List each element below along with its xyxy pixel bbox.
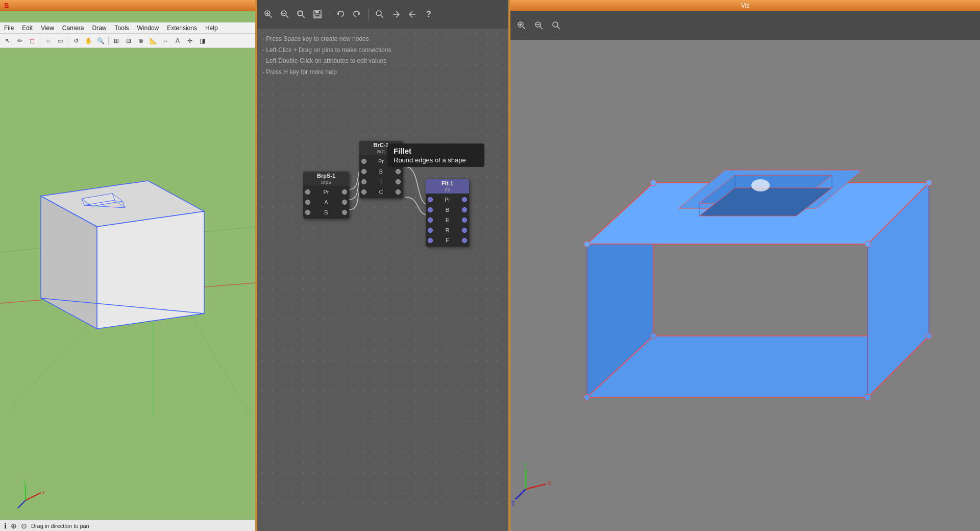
- node-canvas[interactable]: - Press Space key to create new nodes - …: [257, 29, 512, 509]
- flt1-pin-pr-left[interactable]: [428, 197, 433, 202]
- brps1-pin-pr-dot-left[interactable]: [305, 189, 310, 195]
- svg-line-40: [523, 27, 525, 29]
- help-btn[interactable]: ?: [422, 7, 436, 21]
- brc1-subtype: BrC: [359, 149, 403, 155]
- brc1-pin-b[interactable]: B: [359, 166, 403, 177]
- node-editor-panel: ? - Press Space key to create new nodes …: [255, 0, 510, 531]
- redo-btn[interactable]: [350, 7, 364, 21]
- brc1-pin-pr[interactable]: Pr: [359, 156, 403, 166]
- brps1-pin-a[interactable]: A: [303, 197, 349, 207]
- brps1-pins: Pr A B: [303, 186, 349, 219]
- menu-tools[interactable]: Tools: [111, 23, 133, 33]
- viz-zoom-out[interactable]: [532, 18, 546, 33]
- flt1-pin-f-right[interactable]: [462, 238, 467, 243]
- brc1-pin-t[interactable]: T: [359, 177, 403, 187]
- section-tool[interactable]: ◨: [197, 35, 208, 46]
- flt1-pin-e-left[interactable]: [428, 218, 433, 223]
- text-tool[interactable]: A: [172, 35, 183, 46]
- undo-btn[interactable]: [333, 7, 348, 21]
- menu-extensions[interactable]: Extensions: [163, 23, 201, 33]
- brc1-pin-t-right[interactable]: [396, 179, 401, 184]
- svg-line-17: [26, 493, 41, 500]
- brc1-pin-pr-left[interactable]: [361, 159, 366, 164]
- brc1-pin-t-left[interactable]: [361, 179, 366, 184]
- brps1-header: BrpS-1: [303, 172, 349, 180]
- brps1-pin-a-dot-left[interactable]: [305, 200, 310, 205]
- svg-point-67: [865, 241, 871, 247]
- brc1-pin-b-left[interactable]: [361, 169, 366, 174]
- dimension-tool[interactable]: ↔: [160, 35, 171, 46]
- flt1-header: Flt-1: [426, 179, 469, 187]
- flt1-pin-b-right[interactable]: [462, 207, 467, 212]
- zoom-tool[interactable]: 🔍: [95, 35, 106, 46]
- brc1-pins: Pr B T C: [359, 155, 403, 198]
- tape-tool[interactable]: 📐: [148, 35, 159, 46]
- menu-window[interactable]: Window: [133, 23, 163, 33]
- svg-text:Z: Z: [511, 500, 515, 506]
- flt1-pin-r[interactable]: R: [426, 225, 469, 235]
- brc1-pin-c-right[interactable]: [396, 189, 401, 195]
- brps1-pin-b[interactable]: B: [303, 207, 349, 218]
- viz-title-bar: Viz: [510, 0, 980, 11]
- flt1-pin-r-left[interactable]: [428, 228, 433, 233]
- group-tool[interactable]: ⊟: [123, 35, 134, 46]
- brps1-node[interactable]: BrpS-1 BrpS Pr A B: [303, 172, 349, 219]
- orbit-tool[interactable]: ↺: [70, 35, 82, 46]
- eraser-tool[interactable]: ◻: [27, 35, 38, 46]
- extrude-tool[interactable]: ⊗: [135, 35, 146, 46]
- sketchup-viewport[interactable]: X Y: [0, 48, 255, 531]
- brps1-pin-b-dot-right[interactable]: [342, 210, 347, 215]
- zoom-fit-btn[interactable]: [294, 7, 308, 21]
- flt1-pin-b[interactable]: B: [426, 205, 469, 215]
- flt1-node[interactable]: Flt-1 Flt Pr B E: [426, 179, 469, 247]
- select-tool[interactable]: ↖: [2, 35, 13, 46]
- brps1-pin-a-dot-right[interactable]: [342, 200, 347, 205]
- svg-point-64: [584, 241, 590, 247]
- zoom-out-btn[interactable]: [278, 7, 292, 21]
- viz-zoom-in[interactable]: [514, 18, 529, 33]
- save-btn[interactable]: [310, 7, 325, 21]
- flt1-pin-f[interactable]: F: [426, 235, 469, 246]
- circle-tool[interactable]: ○: [42, 35, 54, 46]
- brps1-pin-pr-dot-right[interactable]: [342, 189, 347, 195]
- menu-file[interactable]: File: [0, 23, 18, 33]
- menu-camera[interactable]: Camera: [58, 23, 88, 33]
- brc1-pin-pr-right[interactable]: [396, 159, 401, 164]
- paint-tool[interactable]: ✏: [14, 35, 26, 46]
- flt1-pin-f-left[interactable]: [428, 238, 433, 243]
- pan-tool[interactable]: ✋: [83, 35, 94, 46]
- menu-help[interactable]: Help: [201, 23, 222, 33]
- svg-line-47: [557, 27, 560, 29]
- flt1-pin-r-right[interactable]: [462, 228, 467, 233]
- brc1-node[interactable]: BrC-1 BrC Pr B T: [359, 141, 403, 198]
- flt1-pin-e-right[interactable]: [462, 218, 467, 223]
- flt1-pin-e[interactable]: E: [426, 215, 469, 225]
- toolbar-separator: [40, 36, 40, 45]
- zoom-in-btn[interactable]: [261, 7, 276, 21]
- arrange-btn[interactable]: [405, 7, 420, 21]
- brps1-pin-b-dot-left[interactable]: [305, 210, 310, 215]
- menu-edit[interactable]: Edit: [18, 23, 37, 33]
- svg-line-21: [18, 500, 26, 508]
- svg-text:Y: Y: [23, 480, 26, 485]
- menu-draw[interactable]: Draw: [88, 23, 111, 33]
- brc1-pin-b-right[interactable]: [396, 169, 401, 174]
- status-bar: ℹ ⊕ ⊙ Drag in direction to pan: [0, 520, 255, 531]
- flt1-pin-pr-right[interactable]: [462, 197, 467, 202]
- axes-tool[interactable]: ✛: [184, 35, 195, 46]
- svg-rect-33: [315, 11, 318, 13]
- layout-btn[interactable]: [389, 7, 403, 21]
- search-btn[interactable]: [373, 7, 387, 21]
- rect-tool[interactable]: ▭: [55, 35, 66, 46]
- brps1-pin-pr[interactable]: Pr: [303, 187, 349, 197]
- brc1-pin-c-left[interactable]: [361, 189, 366, 195]
- viz-zoom-fit[interactable]: [549, 18, 564, 33]
- orbit-icon: ⊕: [11, 522, 17, 530]
- viz-viewport[interactable]: X Y Z: [510, 40, 980, 531]
- brc1-pin-c[interactable]: C: [359, 187, 403, 197]
- flt1-pin-pr[interactable]: Pr: [426, 195, 469, 205]
- menu-view[interactable]: View: [37, 23, 58, 33]
- component-tool[interactable]: ⊞: [111, 35, 122, 46]
- toolbar-separator-2: [68, 36, 68, 45]
- flt1-pin-b-left[interactable]: [428, 207, 433, 212]
